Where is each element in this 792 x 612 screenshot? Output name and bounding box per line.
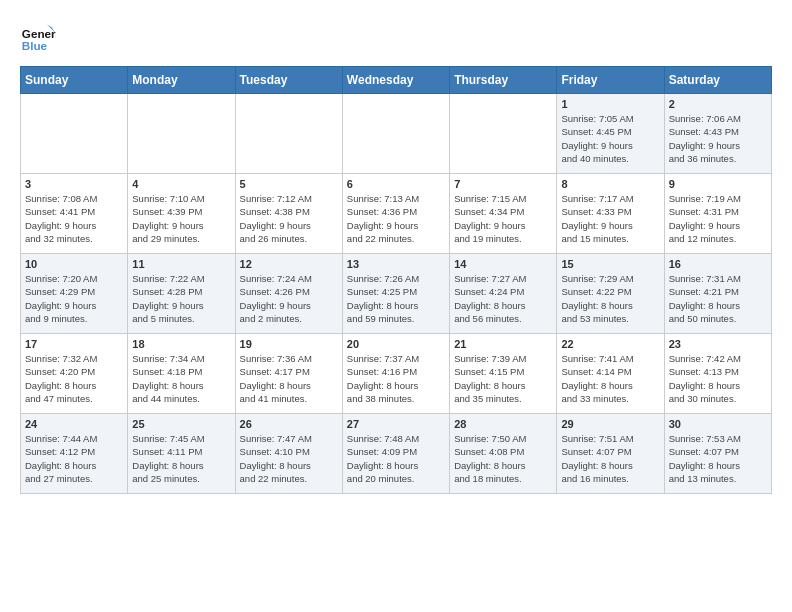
calendar-cell: 19Sunrise: 7:36 AM Sunset: 4:17 PM Dayli… [235,334,342,414]
day-number: 30 [669,418,767,430]
logo: General Blue [20,20,56,56]
calendar-cell: 14Sunrise: 7:27 AM Sunset: 4:24 PM Dayli… [450,254,557,334]
calendar-cell: 12Sunrise: 7:24 AM Sunset: 4:26 PM Dayli… [235,254,342,334]
week-row-1: 3Sunrise: 7:08 AM Sunset: 4:41 PM Daylig… [21,174,772,254]
weekday-header-wednesday: Wednesday [342,67,449,94]
day-number: 7 [454,178,552,190]
calendar-table: SundayMondayTuesdayWednesdayThursdayFrid… [20,66,772,494]
day-number: 20 [347,338,445,350]
weekday-header-sunday: Sunday [21,67,128,94]
day-info: Sunrise: 7:48 AM Sunset: 4:09 PM Dayligh… [347,432,445,485]
day-info: Sunrise: 7:39 AM Sunset: 4:15 PM Dayligh… [454,352,552,405]
day-number: 1 [561,98,659,110]
logo-icon: General Blue [20,20,56,56]
weekday-header-tuesday: Tuesday [235,67,342,94]
calendar-cell: 21Sunrise: 7:39 AM Sunset: 4:15 PM Dayli… [450,334,557,414]
day-info: Sunrise: 7:24 AM Sunset: 4:26 PM Dayligh… [240,272,338,325]
calendar-cell: 2Sunrise: 7:06 AM Sunset: 4:43 PM Daylig… [664,94,771,174]
day-info: Sunrise: 7:06 AM Sunset: 4:43 PM Dayligh… [669,112,767,165]
day-info: Sunrise: 7:12 AM Sunset: 4:38 PM Dayligh… [240,192,338,245]
day-info: Sunrise: 7:44 AM Sunset: 4:12 PM Dayligh… [25,432,123,485]
weekday-header-monday: Monday [128,67,235,94]
week-row-3: 17Sunrise: 7:32 AM Sunset: 4:20 PM Dayli… [21,334,772,414]
day-number: 3 [25,178,123,190]
calendar-body: 1Sunrise: 7:05 AM Sunset: 4:45 PM Daylig… [21,94,772,494]
day-info: Sunrise: 7:37 AM Sunset: 4:16 PM Dayligh… [347,352,445,405]
page-header: General Blue [20,20,772,56]
day-info: Sunrise: 7:53 AM Sunset: 4:07 PM Dayligh… [669,432,767,485]
day-number: 13 [347,258,445,270]
day-number: 29 [561,418,659,430]
day-number: 16 [669,258,767,270]
day-info: Sunrise: 7:34 AM Sunset: 4:18 PM Dayligh… [132,352,230,405]
calendar-cell [21,94,128,174]
day-info: Sunrise: 7:19 AM Sunset: 4:31 PM Dayligh… [669,192,767,245]
calendar-header-row: SundayMondayTuesdayWednesdayThursdayFrid… [21,67,772,94]
weekday-header-thursday: Thursday [450,67,557,94]
day-info: Sunrise: 7:29 AM Sunset: 4:22 PM Dayligh… [561,272,659,325]
day-info: Sunrise: 7:51 AM Sunset: 4:07 PM Dayligh… [561,432,659,485]
day-info: Sunrise: 7:26 AM Sunset: 4:25 PM Dayligh… [347,272,445,325]
day-info: Sunrise: 7:45 AM Sunset: 4:11 PM Dayligh… [132,432,230,485]
calendar-cell: 13Sunrise: 7:26 AM Sunset: 4:25 PM Dayli… [342,254,449,334]
calendar-cell [128,94,235,174]
calendar-cell: 6Sunrise: 7:13 AM Sunset: 4:36 PM Daylig… [342,174,449,254]
calendar-cell [342,94,449,174]
day-number: 12 [240,258,338,270]
day-number: 19 [240,338,338,350]
calendar-cell: 8Sunrise: 7:17 AM Sunset: 4:33 PM Daylig… [557,174,664,254]
calendar-cell: 17Sunrise: 7:32 AM Sunset: 4:20 PM Dayli… [21,334,128,414]
calendar-cell: 24Sunrise: 7:44 AM Sunset: 4:12 PM Dayli… [21,414,128,494]
calendar-cell: 18Sunrise: 7:34 AM Sunset: 4:18 PM Dayli… [128,334,235,414]
day-info: Sunrise: 7:17 AM Sunset: 4:33 PM Dayligh… [561,192,659,245]
calendar-cell: 16Sunrise: 7:31 AM Sunset: 4:21 PM Dayli… [664,254,771,334]
day-info: Sunrise: 7:31 AM Sunset: 4:21 PM Dayligh… [669,272,767,325]
day-number: 9 [669,178,767,190]
calendar-cell: 30Sunrise: 7:53 AM Sunset: 4:07 PM Dayli… [664,414,771,494]
calendar-cell: 4Sunrise: 7:10 AM Sunset: 4:39 PM Daylig… [128,174,235,254]
day-number: 17 [25,338,123,350]
day-info: Sunrise: 7:41 AM Sunset: 4:14 PM Dayligh… [561,352,659,405]
day-number: 15 [561,258,659,270]
calendar-cell: 29Sunrise: 7:51 AM Sunset: 4:07 PM Dayli… [557,414,664,494]
weekday-header-saturday: Saturday [664,67,771,94]
day-info: Sunrise: 7:47 AM Sunset: 4:10 PM Dayligh… [240,432,338,485]
calendar-cell: 20Sunrise: 7:37 AM Sunset: 4:16 PM Dayli… [342,334,449,414]
calendar-cell: 27Sunrise: 7:48 AM Sunset: 4:09 PM Dayli… [342,414,449,494]
day-number: 28 [454,418,552,430]
day-info: Sunrise: 7:50 AM Sunset: 4:08 PM Dayligh… [454,432,552,485]
calendar-cell: 3Sunrise: 7:08 AM Sunset: 4:41 PM Daylig… [21,174,128,254]
calendar-cell: 15Sunrise: 7:29 AM Sunset: 4:22 PM Dayli… [557,254,664,334]
svg-text:Blue: Blue [22,39,48,52]
calendar-cell: 23Sunrise: 7:42 AM Sunset: 4:13 PM Dayli… [664,334,771,414]
day-number: 25 [132,418,230,430]
calendar-cell: 10Sunrise: 7:20 AM Sunset: 4:29 PM Dayli… [21,254,128,334]
day-number: 8 [561,178,659,190]
day-number: 2 [669,98,767,110]
day-info: Sunrise: 7:10 AM Sunset: 4:39 PM Dayligh… [132,192,230,245]
week-row-0: 1Sunrise: 7:05 AM Sunset: 4:45 PM Daylig… [21,94,772,174]
day-number: 11 [132,258,230,270]
day-number: 14 [454,258,552,270]
day-number: 22 [561,338,659,350]
day-info: Sunrise: 7:32 AM Sunset: 4:20 PM Dayligh… [25,352,123,405]
day-number: 26 [240,418,338,430]
day-number: 4 [132,178,230,190]
calendar-cell: 11Sunrise: 7:22 AM Sunset: 4:28 PM Dayli… [128,254,235,334]
day-info: Sunrise: 7:13 AM Sunset: 4:36 PM Dayligh… [347,192,445,245]
day-number: 10 [25,258,123,270]
calendar-cell [235,94,342,174]
day-number: 27 [347,418,445,430]
calendar-cell: 5Sunrise: 7:12 AM Sunset: 4:38 PM Daylig… [235,174,342,254]
day-number: 21 [454,338,552,350]
calendar-cell [450,94,557,174]
weekday-header-friday: Friday [557,67,664,94]
day-info: Sunrise: 7:42 AM Sunset: 4:13 PM Dayligh… [669,352,767,405]
day-info: Sunrise: 7:27 AM Sunset: 4:24 PM Dayligh… [454,272,552,325]
calendar-cell: 9Sunrise: 7:19 AM Sunset: 4:31 PM Daylig… [664,174,771,254]
day-info: Sunrise: 7:36 AM Sunset: 4:17 PM Dayligh… [240,352,338,405]
day-info: Sunrise: 7:05 AM Sunset: 4:45 PM Dayligh… [561,112,659,165]
day-number: 18 [132,338,230,350]
calendar-cell: 28Sunrise: 7:50 AM Sunset: 4:08 PM Dayli… [450,414,557,494]
calendar-cell: 1Sunrise: 7:05 AM Sunset: 4:45 PM Daylig… [557,94,664,174]
